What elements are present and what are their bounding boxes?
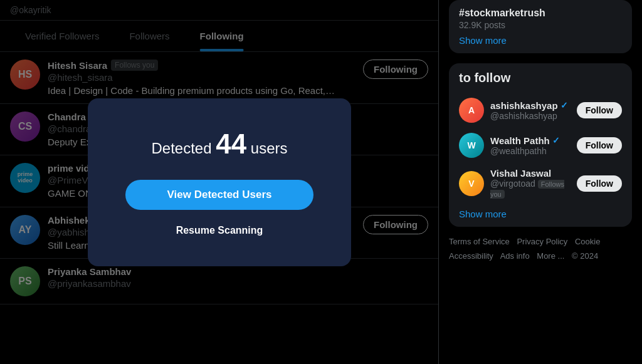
right-panel: #stockmarketrush 32.9K posts Show more t… — [439, 0, 642, 364]
suggestion-avatar-vishal: V — [459, 171, 484, 196]
who-to-follow-show-more[interactable]: Show more — [459, 209, 622, 219]
resume-scanning-button[interactable]: Resume Scanning — [176, 225, 263, 236]
trending-count: 32.9K posts — [459, 20, 622, 30]
suggestion-handle-ashish: @ashishkashyap — [490, 111, 571, 121]
suggestion-name-ashish: ashishkashyap ✓ — [490, 100, 571, 111]
who-to-follow-title: to follow — [459, 71, 622, 85]
footer-terms[interactable]: Terms of Service — [449, 237, 510, 246]
trending-card: #stockmarketrush 32.9K posts Show more — [449, 0, 632, 53]
left-panel: @okayritik Verified Followers Followers … — [0, 0, 439, 364]
modal-title: Detected 44 users — [151, 128, 287, 160]
suggestion-item-wealth: W Wealth Pathh ✓ @wealthpathh Follow — [459, 128, 622, 163]
detected-suffix: users — [251, 140, 288, 157]
suggestion-item-vishal: V Vishal Jaswal @virgotoad Follows you F… — [459, 163, 622, 204]
footer-ads[interactable]: Ads info — [500, 251, 530, 261]
view-detected-users-button[interactable]: View Detected Users — [125, 180, 313, 210]
modal-overlay: Detected 44 users View Detected Users Re… — [0, 0, 439, 364]
follow-button-ashish[interactable]: Follow — [577, 102, 622, 118]
suggestion-avatar-wealth: W — [459, 133, 484, 158]
trending-tag: #stockmarketrush — [459, 8, 622, 19]
detected-count: 44 — [216, 128, 246, 159]
follow-button-vishal[interactable]: Follow — [577, 175, 622, 192]
footer-accessibility[interactable]: Accessibility — [449, 251, 493, 261]
detected-prefix: Detected — [151, 140, 211, 157]
suggestion-name-wealth: Wealth Pathh ✓ — [490, 135, 571, 146]
suggestion-avatar-ashish: A — [459, 98, 484, 123]
trending-show-more[interactable]: Show more — [459, 35, 622, 46]
suggestion-item-ashish: A ashishkashyap ✓ @ashishkashyap Follow — [459, 93, 622, 128]
suggestion-name-vishal: Vishal Jaswal — [490, 168, 571, 179]
verified-badge-ashish: ✓ — [560, 100, 568, 110]
footer-links: Terms of Service Privacy Policy Cookie A… — [449, 234, 632, 264]
suggestion-info-wealth: Wealth Pathh ✓ @wealthpathh — [490, 135, 571, 156]
who-to-follow-card: to follow A ashishkashyap ✓ @ashishkashy… — [449, 63, 632, 227]
footer-more[interactable]: More ... — [537, 251, 564, 261]
verified-badge-wealth: ✓ — [552, 135, 560, 145]
suggestion-info-ashish: ashishkashyap ✓ @ashishkashyap — [490, 100, 571, 121]
modal: Detected 44 users View Detected Users Re… — [88, 98, 351, 266]
suggestion-info-vishal: Vishal Jaswal @virgotoad Follows you — [490, 168, 571, 199]
footer-copyright: © 2024 — [572, 251, 598, 261]
suggestion-handle-vishal: @virgotoad Follows you — [490, 179, 571, 199]
footer-privacy[interactable]: Privacy Policy — [517, 237, 567, 246]
main-layout: @okayritik Verified Followers Followers … — [0, 0, 642, 364]
footer-cookie[interactable]: Cookie — [575, 237, 600, 246]
follow-button-wealth[interactable]: Follow — [577, 137, 622, 153]
suggestion-handle-wealth: @wealthpathh — [490, 146, 571, 156]
